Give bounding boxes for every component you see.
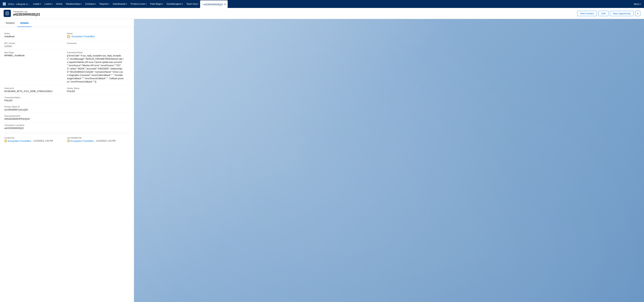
svg-rect-5 [5,3,6,4]
svg-rect-0 [3,2,4,3]
created-by-label: Created By [4,137,65,139]
svg-rect-1 [4,2,5,3]
tab-close-icon[interactable]: ✕ [224,3,226,5]
field-created-by: Created By 🕐 Ecosystem Frontoffice , 11/… [4,135,67,144]
field-row-created: Created By 🕐 Ecosystem Frontoffice , 11/… [4,133,130,144]
chevron-down-icon: ▾ [40,3,41,5]
comments-label: Comments [67,42,128,44]
new-opportunity-button[interactable]: New Opportunity [610,11,634,16]
field-transaction-status: TransactionStatus FAILED ✏ [4,95,67,104]
transaction-log-name-value: a422E000002Ej22 [4,127,65,130]
field-app-plugin: App Plugin MAMBU_AutoBook ✏ [4,50,67,85]
nav-leads[interactable]: Leads ▾ [31,0,43,8]
field-vendor-status: Vendor Status FAILED ✏ [67,85,130,95]
chevron-down-icon: ▾ [640,3,641,5]
requesting-user-id-label: RequestingUserId [4,115,65,117]
nav-relationships[interactable]: Relationships ▾ [64,0,83,8]
svg-rect-4 [4,3,5,4]
transaction-detail-value: [{"errorCode":"4 rpc_reply_exception rpc… [67,54,128,83]
nav-home[interactable]: Home [54,0,64,8]
field-comments: Comments ✏ [67,40,130,50]
external-id-label: External Id [4,87,65,89]
edit-button[interactable]: Edit [598,11,608,16]
nav-product-lines[interactable]: Product Lines ▾ [129,0,148,8]
owner-label: Owner [67,32,128,34]
created-by-link[interactable]: Ecosystem Frontoffice [8,140,31,142]
api-version-value: 1.0.0.0 [4,45,65,48]
last-modified-link[interactable]: Ecosystem Frontoffice [71,140,94,142]
chevron-down-icon: ▾ [52,3,52,5]
right-panel [134,19,644,302]
last-modified-value: 🕐 Ecosystem Frontoffice , 11/23/2021 1:0… [67,140,128,142]
field-api-version: API_Version 1.0.0.0 ✏ [4,40,67,50]
field-empty-3 [67,113,130,122]
chevron-down-icon: ▾ [146,3,146,5]
action-buttons: New Contact Edit New Opportunity ▾ [577,11,640,16]
svg-rect-7 [4,5,5,5]
tab-related[interactable]: Related [3,19,18,27]
transaction-log-name-label: Transaction Log Name [4,124,65,126]
field-empty [67,95,130,104]
last-modified-time: 11/23/2021 1:04 PM [96,140,115,142]
chevron-down-icon: ▾ [162,3,163,5]
api-version-label: API_Version [4,42,65,44]
transaction-status-value: FAILED [4,99,65,102]
field-last-modified-by: Last Modified By 🕐 Ecosystem Frontoffice… [67,135,130,144]
owner-value: 🕐 Ecosystem Frontoffice [67,35,128,38]
nav-contacts[interactable]: Contacts ▾ [83,0,98,8]
record-info: Transaction Log a422E000002Ej22 [13,10,40,16]
vendor-status-label: Vendor Status [67,87,128,89]
svg-rect-6 [3,5,4,5]
primary-object-id-label: Primary Object Id [4,106,65,108]
background-decoration [134,19,644,302]
field-owner: Owner 🕐 Ecosystem Frontoffice ✏ [67,30,130,40]
app-grid-icon[interactable] [2,1,7,7]
created-by-value: 🕐 Ecosystem Frontoffice , 11/23/2021 1:0… [4,140,65,142]
nav-team-key[interactable]: Team Key ▾ [184,0,200,8]
nav-docmanagers[interactable]: DocManagers ▾ [165,0,184,8]
record-identity: Transaction Log a422E000002Ej22 [4,10,40,17]
active-tab[interactable]: * a422E000002Ej22 ✕ [200,0,228,8]
nav-reports[interactable]: Reports ▾ [98,0,111,8]
nav-dashboards[interactable]: Dashboards ▾ [111,0,129,8]
last-modified-label: Last Modified By [67,137,128,139]
tab-details[interactable]: Details [18,19,32,27]
nav-more[interactable]: More ▾ [632,0,642,8]
transaction-status-label: TransactionStatus [4,96,65,99]
field-transaction-detail: TransactionDetail [{"errorCode":"4 rpc_r… [67,50,130,85]
main-layout: Related Details Action AutoBook ✏ Owner … [0,19,644,302]
chevron-down-icon: ▾ [126,3,127,5]
chevron-down-icon: ▾ [108,3,109,5]
svg-rect-2 [5,2,6,3]
owner-icon: 🕐 [67,35,70,38]
owner-link[interactable]: Ecosystem Frontoffice [72,35,95,38]
field-action: Action AutoBook ✏ [4,30,67,40]
chevron-down-icon: ▾ [80,3,82,5]
chevron-down-icon: ▾ [198,3,198,5]
vendor-status-value: FAILED [67,90,128,93]
action-label: Action [4,32,65,34]
record-type-icon [4,10,11,17]
nav-loans[interactable]: Loans ▾ [43,0,54,8]
more-actions-dropdown[interactable]: ▾ [635,11,640,16]
field-transaction-log-name: Transaction Log Name a422E000002Ej22 ✏ [4,122,67,132]
app-plugin-label: App Plugin [4,51,65,53]
last-modified-icon: 🕐 [67,140,70,142]
action-value: AutoBook [4,35,65,38]
svg-rect-3 [3,3,4,4]
external-id-value: 6C4D3565_6F70_4721_920B_376810126811 [4,90,65,93]
field-row-5: TransactionStatus FAILED ✏ [4,95,130,104]
record-type-label: Transaction Log [13,10,40,13]
transaction-detail-label: TransactionDetail [67,51,128,53]
field-empty-4 [67,122,130,132]
field-row-7: RequestingUserId 0052E00000HPR3rQAH ✏ [4,113,130,122]
field-row-6: Primary Object Id a1r2E000007uoCzQAI ✏ [4,104,130,113]
field-row-8: Transaction Log Name a422E000002Ej22 ✏ [4,122,130,132]
detail-tabs: Related Details [0,19,134,27]
created-by-icon: 🕐 [4,140,7,142]
created-by-time: 11/23/2021 1:04 PM [33,140,53,142]
new-contact-button[interactable]: New Contact [577,11,597,16]
field-requesting-user-id: RequestingUserId 0052E00000HPR3rQAH ✏ [4,113,67,122]
created-by-timestamp: , [32,140,32,142]
nav-field-maps[interactable]: Field Maps ▾ [148,0,165,8]
